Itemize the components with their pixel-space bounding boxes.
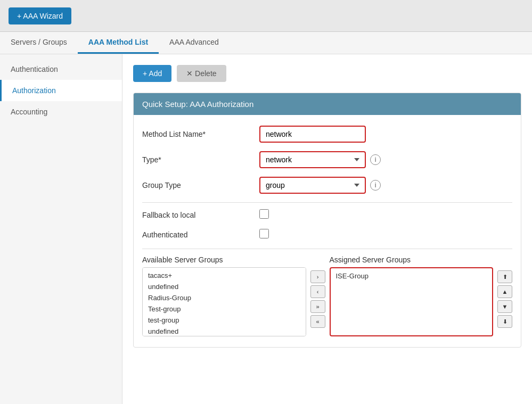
toolbar: + Add ✕ Delete <box>133 65 521 82</box>
sort-top-button[interactable]: ⬆ <box>497 270 512 283</box>
method-list-name-input[interactable] <box>259 126 366 143</box>
group-type-select-wrapper: group radius tacacs+ i <box>259 177 512 194</box>
tab-aaa-advanced[interactable]: AAA Advanced <box>159 32 230 54</box>
group-type-field: group radius tacacs+ i <box>259 177 512 194</box>
fallback-checkbox[interactable] <box>259 209 269 219</box>
sidebar-item-authorization[interactable]: Authorization <box>0 80 122 101</box>
authenticated-checkbox[interactable] <box>259 229 269 238</box>
group-type-select[interactable]: group radius tacacs+ <box>259 177 366 194</box>
main-layout: Authentication Authorization Accounting … <box>0 54 532 404</box>
method-list-name-label: Method List Name* <box>142 130 259 138</box>
type-field: network exec commands i <box>259 151 512 168</box>
method-list-name-row: Method List Name* <box>142 126 512 143</box>
divider-1 <box>142 202 512 203</box>
assigned-list-item[interactable]: ISE-Group <box>331 270 493 282</box>
authenticated-row: Authenticated <box>142 229 512 240</box>
group-type-row: Group Type group radius tacacs+ i <box>142 177 512 194</box>
assigned-server-groups-label: Assigned Server Groups <box>330 255 494 264</box>
tab-aaa-method-list[interactable]: AAA Method List <box>78 32 159 54</box>
sort-bottom-button[interactable]: ⬇ <box>497 315 512 328</box>
transfer-buttons: › ‹ » « <box>306 255 330 328</box>
type-info-icon[interactable]: i <box>370 154 381 165</box>
server-groups-section: Available Server Groups tacacs+ undefine… <box>142 255 512 336</box>
move-right-button[interactable]: › <box>310 270 325 283</box>
sort-up-button[interactable]: ▲ <box>497 285 512 298</box>
tab-navigation: Servers / Groups AAA Method List AAA Adv… <box>0 32 532 54</box>
sidebar-item-authentication[interactable]: Authentication <box>0 59 122 80</box>
authenticated-field <box>259 229 512 240</box>
method-list-name-field <box>259 126 512 143</box>
move-all-left-button[interactable]: « <box>310 315 325 328</box>
assigned-server-groups-list[interactable]: ISE-Group <box>330 267 494 336</box>
add-button[interactable]: + Add <box>133 65 171 82</box>
sort-buttons: ⬆ ▲ ▼ ⬇ <box>493 255 512 328</box>
available-server-groups-list[interactable]: tacacs+ undefined Radius-Group Test-grou… <box>142 267 306 336</box>
sidebar: Authentication Authorization Accounting <box>0 54 122 404</box>
authenticated-label: Authenticated <box>142 230 259 239</box>
list-item[interactable]: Radius-Group <box>143 292 306 303</box>
available-server-groups-label: Available Server Groups <box>142 255 306 264</box>
list-item[interactable]: tacacs+ <box>143 270 306 281</box>
move-all-right-button[interactable]: » <box>310 300 325 313</box>
sidebar-item-accounting[interactable]: Accounting <box>0 101 122 122</box>
tab-servers-groups[interactable]: Servers / Groups <box>0 32 78 54</box>
quick-setup-header: Quick Setup: AAA Authorization <box>134 93 521 115</box>
quick-setup-body: Method List Name* Type* network exec com <box>134 115 521 347</box>
list-item[interactable]: undefined <box>143 326 306 336</box>
top-bar: + AAA Wizard <box>0 0 532 32</box>
type-label: Type* <box>142 155 259 164</box>
sort-down-button[interactable]: ▼ <box>497 300 512 313</box>
assigned-server-groups-col: Assigned Server Groups ISE-Group <box>330 255 494 336</box>
type-select-wrapper: network exec commands i <box>259 151 512 168</box>
list-item[interactable]: test-group <box>143 315 306 326</box>
group-type-label: Group Type <box>142 181 259 189</box>
type-row: Type* network exec commands i <box>142 151 512 168</box>
list-item[interactable]: Test-group <box>143 303 306 315</box>
type-select[interactable]: network exec commands <box>259 151 366 168</box>
fallback-row: Fallback to local <box>142 209 512 220</box>
available-server-groups-col: Available Server Groups tacacs+ undefine… <box>142 255 306 336</box>
quick-setup-panel: Quick Setup: AAA Authorization Method Li… <box>133 93 521 348</box>
list-item[interactable]: undefined <box>143 281 306 292</box>
delete-button[interactable]: ✕ Delete <box>177 65 226 82</box>
fallback-label: Fallback to local <box>142 211 259 219</box>
content-area: + Add ✕ Delete Quick Setup: AAA Authoriz… <box>122 54 532 404</box>
divider-2 <box>142 249 512 249</box>
group-type-info-icon[interactable]: i <box>370 180 381 191</box>
move-left-button[interactable]: ‹ <box>310 285 325 298</box>
fallback-field <box>259 209 512 220</box>
aaa-wizard-button[interactable]: + AAA Wizard <box>9 7 71 24</box>
